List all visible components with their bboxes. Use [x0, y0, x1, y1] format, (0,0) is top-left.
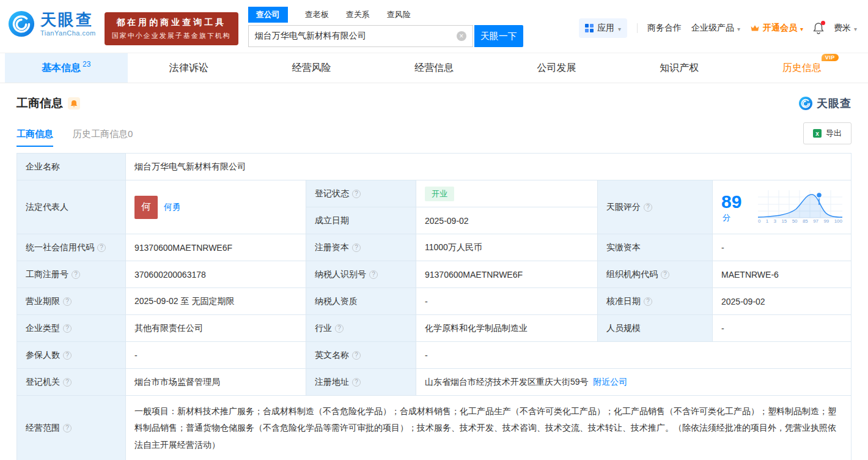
search-tab-company[interactable]: 查公司 [248, 7, 288, 23]
help-icon[interactable]: ? [644, 297, 652, 306]
excel-icon: x [813, 129, 822, 138]
field-value-establish-date: 2025-09-02 [416, 207, 598, 234]
field-value-org-code: MAETNRWE-6 [713, 261, 851, 288]
field-label-org-code: 组织机构代码? [598, 261, 713, 288]
legal-rep-link[interactable]: 何勇 [164, 202, 181, 213]
field-label-taxpayer-quality: 纳税人资质 [306, 288, 416, 315]
vip-tag: VIP [822, 54, 839, 61]
apps-grid-icon [585, 24, 594, 32]
company-tab-bar: 基本信息 23 法律诉讼 经营风险 经营信息 公司发展 知识产权 历史信息 VI… [0, 53, 868, 83]
field-value-score: 89分 [713, 180, 851, 234]
search-button[interactable]: 天眼一下 [474, 25, 523, 47]
notification-bell-button[interactable] [813, 22, 824, 34]
slogan-line2: 国家中小企业发展子基金旗下机构 [112, 31, 231, 40]
help-icon[interactable]: ? [72, 270, 80, 279]
nav-enterprise-products[interactable]: 企业级产品 ▾ [691, 23, 740, 34]
clear-search-icon[interactable]: × [457, 31, 466, 41]
notification-dot [821, 21, 825, 25]
field-value-company-name: 烟台万华电气新材料有限公司 [126, 154, 851, 180]
help-icon[interactable]: ? [661, 270, 669, 279]
status-badge: 开业 [425, 187, 454, 201]
watermark-text: 天眼查 [817, 96, 851, 111]
tab-development-label: 公司发展 [537, 62, 576, 75]
field-label-english-name: 英文名称? [306, 342, 416, 369]
subtab-history-business-info[interactable]: 历史工商信息0 [73, 128, 133, 147]
field-label-establish-date: 成立日期 [306, 207, 416, 234]
search-input[interactable] [255, 31, 457, 41]
export-button[interactable]: x 导出 [803, 122, 851, 144]
help-icon[interactable]: ? [352, 243, 361, 252]
business-info-table: 企业名称 烟台万华电气新材料有限公司 法定代表人 何 何勇 登记状态? 开业 天… [17, 153, 851, 460]
search-tab-risk[interactable]: 查风险 [387, 9, 411, 20]
help-icon[interactable]: ? [369, 270, 378, 279]
orange-bell-icon [70, 100, 78, 108]
table-row: 法定代表人 何 何勇 登记状态? 开业 天眼评分? 89分 [17, 180, 851, 207]
field-label-industry: 行业? [306, 315, 416, 342]
monitor-bell-button[interactable] [68, 97, 80, 109]
field-label-approval-date: 核准日期? [598, 288, 713, 315]
watermark-logo-icon [798, 96, 813, 111]
tab-legal-litigation[interactable]: 法律诉讼 [128, 53, 251, 83]
help-icon[interactable]: ? [352, 378, 361, 387]
tab-history-info[interactable]: 历史信息 VIP [740, 53, 863, 83]
tab-company-development[interactable]: 公司发展 [495, 53, 618, 83]
slogan-line1: 都在用的商业查询工具 [112, 17, 231, 28]
logo-swirl-icon [7, 10, 35, 38]
nav-vip-label: 开通会员 [763, 23, 797, 34]
export-label: 导出 [826, 128, 842, 139]
help-icon[interactable]: ? [63, 351, 72, 360]
field-label-address: 注册地址? [306, 369, 416, 396]
field-value-taxpayer-quality: - [416, 288, 598, 315]
tianyancha-logo[interactable]: 天眼查 TianYanCha.com [7, 10, 96, 38]
help-icon[interactable]: ? [63, 297, 72, 306]
nav-open-vip[interactable]: 开通会员 ▾ [750, 23, 803, 34]
field-label-business-scope: 经营范围? [17, 396, 126, 460]
table-row: 参保人数? - 英文名称? - [17, 342, 851, 369]
help-icon[interactable]: ? [352, 190, 361, 198]
search-tabs: 查公司 查老板 查关系 查风险 [248, 7, 523, 22]
field-label-reg-authority: 登记机关? [17, 369, 126, 396]
subtab-row: 工商信息 历史工商信息0 x 导出 [17, 122, 851, 147]
field-label-credit-code: 统一社会信用代码? [17, 234, 126, 261]
table-row: 登记机关? 烟台市市场监督管理局 注册地址? 山东省烟台市经济技术开发区重庆大街… [17, 369, 851, 396]
tab-operation-risk[interactable]: 经营风险 [250, 53, 373, 83]
field-value-staff-size: - [713, 315, 851, 342]
tab-operation-label: 经营信息 [414, 62, 454, 75]
search-tab-relation[interactable]: 查关系 [346, 9, 370, 20]
help-icon[interactable]: ? [63, 424, 72, 432]
tab-basic-info[interactable]: 基本信息 23 [5, 53, 128, 83]
field-label-insured-count: 参保人数? [17, 342, 126, 369]
username: 费米 [834, 23, 851, 34]
field-value-address: 山东省烟台市经济技术开发区重庆大街59号 附近公司 [416, 369, 851, 396]
tab-basic-info-label: 基本信息 [42, 62, 81, 75]
tab-intellectual-property[interactable]: 知识产权 [618, 53, 741, 83]
help-icon[interactable]: ? [63, 378, 72, 387]
field-value-paid-capital: - [713, 234, 851, 261]
nearby-companies-link[interactable]: 附近公司 [593, 377, 627, 387]
field-label-company-name: 企业名称 [17, 154, 126, 180]
tab-ip-label: 知识产权 [660, 62, 699, 75]
table-row: 营业期限? 2025-09-02 至 无固定期限 纳税人资质 - 核准日期? 2… [17, 288, 851, 315]
field-value-english-name: - [416, 342, 851, 369]
main-content: 工商信息 天眼查 工商信息 历史工商信息0 x 导出 企业名称 [0, 95, 868, 460]
help-icon[interactable]: ? [644, 203, 652, 212]
field-label-company-type: 企业类型? [17, 315, 126, 342]
field-label-reg-number: 工商注册号? [17, 261, 126, 288]
legal-rep-avatar[interactable]: 何 [134, 196, 158, 219]
search-tab-boss[interactable]: 查老板 [305, 9, 329, 20]
field-value-taxpayer-id: 91370600MAETNRWE6F [416, 261, 598, 288]
nav-apps-button[interactable]: 应用 ▾ [579, 18, 627, 38]
tab-operation-info[interactable]: 经营信息 [373, 53, 496, 83]
nav-business-cooperation[interactable]: 商务合作 [647, 23, 682, 34]
nav-user-menu[interactable]: 费米 ▾ [834, 23, 857, 34]
help-icon[interactable]: ? [63, 324, 72, 333]
chevron-down-icon: ▾ [618, 26, 621, 32]
field-label-staff-size: 人员规模 [598, 315, 713, 342]
help-icon[interactable]: ? [335, 324, 344, 333]
subtab-business-info[interactable]: 工商信息 [17, 128, 53, 147]
tianyancha-watermark: 天眼查 [798, 96, 851, 111]
help-icon[interactable]: ? [97, 243, 106, 252]
tab-legal-label: 法律诉讼 [169, 62, 208, 75]
score-number: 89分 [721, 191, 751, 223]
help-icon[interactable]: ? [352, 351, 361, 360]
